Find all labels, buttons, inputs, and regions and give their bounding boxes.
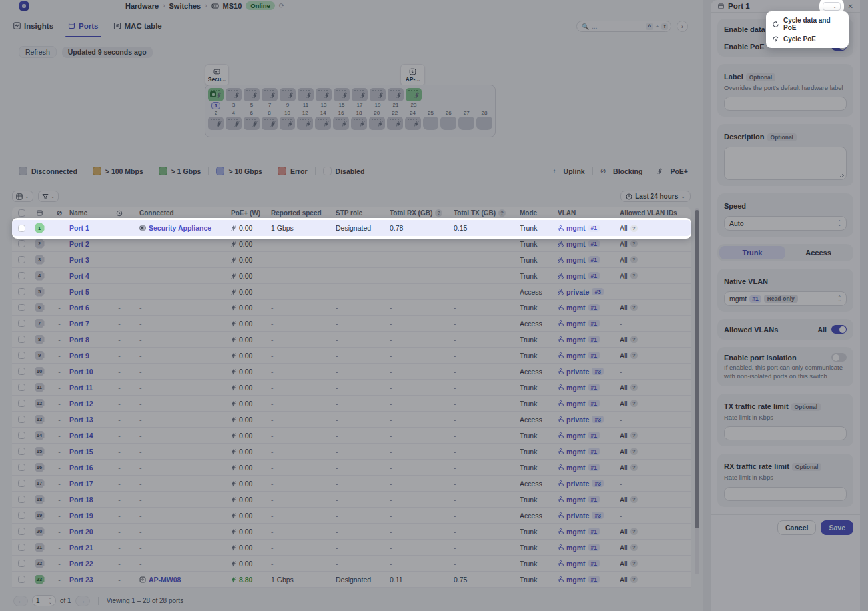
info-icon[interactable]: ? (630, 432, 638, 439)
row-checkbox[interactable] (18, 352, 25, 359)
vlan-name[interactable]: mgmt (566, 384, 586, 392)
header-allowed[interactable]: Allowed VLAN IDs (620, 209, 691, 217)
header-mode[interactable]: Mode (520, 209, 558, 217)
row-checkbox[interactable] (18, 336, 25, 343)
diagram-port-13[interactable] (316, 88, 332, 101)
cancel-button[interactable]: Cancel (777, 520, 816, 535)
table-row-port-8[interactable]: 8-Port 8--0.00----Trunkmgmt#1All? (12, 332, 691, 348)
table-row-port-2[interactable]: 2-Port 2--0.00----Trunkmgmt#1All? (12, 236, 691, 252)
vlan-name[interactable]: mgmt (566, 272, 586, 280)
diagram-port-3[interactable] (226, 88, 242, 101)
port-name-link[interactable]: Port 8 (69, 336, 89, 344)
tab-ports[interactable]: Ports (68, 20, 98, 37)
diagram-port-16[interactable] (333, 117, 349, 130)
table-row-port-16[interactable]: 16-Port 16--0.00----Trunkmgmt#1All? (12, 460, 691, 476)
row-checkbox[interactable] (18, 288, 25, 295)
save-button[interactable]: Save (821, 520, 853, 535)
info-icon[interactable]: ? (630, 400, 638, 407)
menu-item-cycle-data-poe[interactable]: Cycle data and PoE (766, 15, 849, 33)
info-icon[interactable]: ? (630, 272, 638, 279)
port-name-link[interactable]: Port 3 (69, 256, 89, 264)
port-name-link[interactable]: Port 17 (69, 480, 93, 488)
diagram-port-19[interactable] (370, 88, 386, 101)
power-cycle-menu-button[interactable]: —⌄ (823, 2, 841, 11)
info-icon[interactable]: ? (630, 304, 638, 311)
info-icon[interactable]: ? (630, 560, 638, 567)
columns-button[interactable]: ⌄ (12, 191, 33, 202)
refresh-button[interactable]: Refresh (19, 46, 57, 58)
row-checkbox[interactable] (18, 576, 25, 583)
diagram-port-18[interactable] (351, 117, 367, 130)
scrollbar-track[interactable] (695, 208, 699, 574)
app-logo-icon[interactable] (19, 1, 29, 11)
rx-limit-input[interactable] (724, 487, 847, 501)
table-row-port-11[interactable]: 11-Port 11--0.00----Trunkmgmt#1All? (12, 380, 691, 396)
port-name-link[interactable]: Port 6 (69, 304, 89, 312)
diagram-port-15[interactable] (334, 88, 350, 101)
diagram-port-25[interactable] (423, 117, 439, 130)
table-row-port-23[interactable]: 23-Port 23-AP-MW088.801 GbpsDesignated0.… (12, 572, 691, 588)
port-name-link[interactable]: Port 9 (69, 352, 89, 360)
breadcrumb-hardware[interactable]: Hardware (125, 2, 159, 10)
table-row-port-1[interactable]: 1-Port 1-Security Appliance0.001 GbpsDes… (12, 220, 691, 236)
vlan-name[interactable]: private (566, 480, 589, 488)
diagram-port-1[interactable] (208, 88, 224, 101)
label-input[interactable] (724, 97, 847, 111)
table-row-port-9[interactable]: 9-Port 9--0.00----Trunkmgmt#1All? (12, 348, 691, 364)
breadcrumb-switches[interactable]: Switches (169, 2, 201, 10)
table-row-port-10[interactable]: 10-Port 10--0.00----Accessprivate#3- (12, 364, 691, 380)
info-icon[interactable]: ? (630, 576, 638, 583)
table-row-port-17[interactable]: 17-Port 17--0.00----Accessprivate#3- (12, 476, 691, 492)
table-row-port-6[interactable]: 6-Port 6--0.00----Trunkmgmt#1All? (12, 300, 691, 316)
port-name-link[interactable]: Port 1 (69, 224, 89, 232)
next-page-button[interactable]: → (75, 596, 90, 606)
info-icon[interactable]: ? (630, 464, 638, 471)
vlan-name[interactable]: mgmt (566, 496, 586, 504)
port-name-link[interactable]: Port 7 (69, 320, 89, 328)
vlan-name[interactable]: mgmt (566, 320, 586, 328)
table-row-port-18[interactable]: 18-Port 18--0.00----Trunkmgmt#1All? (12, 492, 691, 508)
row-checkbox[interactable] (18, 384, 25, 391)
info-icon[interactable]: ? (630, 496, 638, 503)
diagram-port-23[interactable] (406, 88, 422, 101)
connected-device-chip[interactable]: AP-... (400, 64, 425, 86)
header-connected[interactable]: Connected (128, 209, 231, 217)
port-name-link[interactable]: Port 18 (69, 496, 93, 504)
table-row-port-20[interactable]: 20-Port 20--0.00----Trunkmgmt#1All? (12, 524, 691, 540)
filter-button[interactable]: ⌄ (38, 191, 59, 202)
vlan-name[interactable]: mgmt (566, 576, 586, 584)
row-checkbox[interactable] (18, 304, 25, 311)
diagram-port-22[interactable] (387, 117, 403, 130)
vlan-name[interactable]: mgmt (566, 240, 586, 248)
port-name-link[interactable]: Port 15 (69, 448, 93, 456)
vlan-name[interactable]: mgmt (566, 528, 586, 536)
table-row-port-7[interactable]: 7-Port 7--0.00----Accessmgmt#1- (12, 316, 691, 332)
table-row-port-13[interactable]: 13-Port 13--0.00----Accessprivate#3- (12, 412, 691, 428)
port-name-link[interactable]: Port 22 (69, 560, 93, 568)
expand-panel-button[interactable]: › (677, 21, 688, 32)
vlan-name[interactable]: mgmt (566, 400, 586, 408)
diagram-port-27[interactable] (458, 117, 474, 130)
isolation-toggle[interactable] (831, 353, 847, 362)
close-icon[interactable]: ✕ (848, 3, 853, 10)
vlan-name[interactable]: private (566, 512, 589, 520)
info-icon[interactable]: ? (630, 352, 638, 359)
diagram-port-6[interactable] (244, 117, 260, 130)
port-name-link[interactable]: Port 13 (69, 416, 93, 424)
diagram-port-14[interactable] (315, 117, 331, 130)
row-checkbox[interactable] (18, 560, 25, 567)
table-row-port-5[interactable]: 5-Port 5--0.00----Accessprivate#3- (12, 284, 691, 300)
diagram-port-2[interactable] (208, 117, 224, 130)
table-row-port-4[interactable]: 4-Port 4--0.00----Trunkmgmt#1All? (12, 268, 691, 284)
info-icon[interactable]: ? (435, 209, 442, 217)
port-name-link[interactable]: Port 10 (69, 368, 93, 376)
table-row-port-19[interactable]: 19-Port 19--0.00----Accessprivate#3- (12, 508, 691, 524)
header-stp[interactable]: STP role (336, 209, 390, 217)
row-checkbox[interactable] (18, 528, 25, 535)
info-icon[interactable]: ? (630, 225, 638, 232)
row-checkbox[interactable] (18, 448, 25, 455)
device-name[interactable]: MS10 (223, 2, 242, 10)
info-icon[interactable]: ? (498, 209, 506, 217)
vlan-name[interactable]: private (566, 416, 589, 424)
row-checkbox[interactable] (18, 320, 25, 327)
